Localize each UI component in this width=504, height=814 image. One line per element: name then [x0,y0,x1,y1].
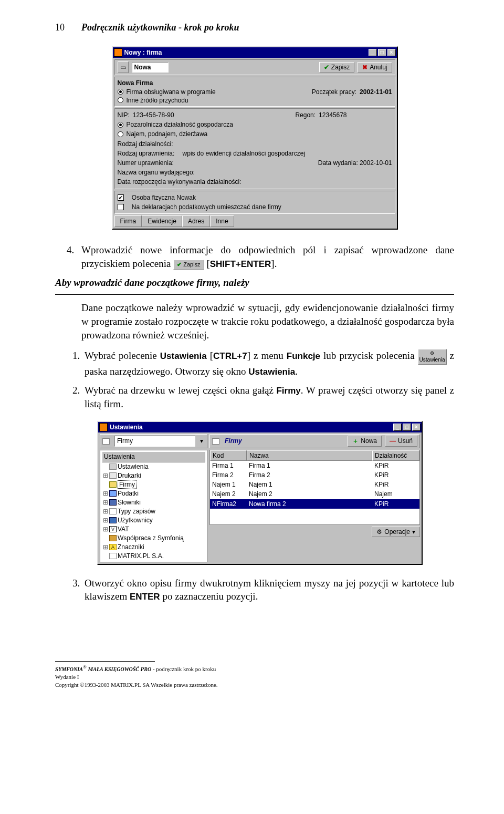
nazwa-organu-label: Nazwa organu wydającego: [118,168,392,177]
radio-inne-zrodlo[interactable] [118,97,123,103]
subheading: Aby wprowadzić dane początkowe firmy, na… [55,276,454,290]
tab-firma[interactable]: Firma [114,215,142,227]
maximize-button[interactable]: □ [378,49,386,56]
radio-firma-program[interactable] [118,89,123,95]
tab-adres[interactable]: Adres [182,215,210,227]
x-icon: ✖ [362,63,368,71]
printer-icon [109,472,117,479]
window-title: Nowy : firma [124,48,369,57]
regon-label: Regon: [295,111,316,119]
tree-item[interactable]: Słowniki [118,499,141,506]
data-wydania-label: Data wydania: [318,159,358,167]
step-2: Wybrać na drzewku w lewej części okna ga… [82,384,454,411]
maximize-button[interactable]: □ [403,424,411,431]
table-row-selected[interactable]: NFirma2Nowa firma 2KPiR [210,499,419,509]
group-osoba: ✔ Osoba fizyczna Nowak Na deklaracjach p… [114,191,395,214]
tree-dropdown[interactable]: Firmy [114,436,195,446]
radio-pozarolnicza[interactable] [118,122,123,128]
vat-icon: V [109,526,117,532]
panel-title: Firmy [225,437,344,445]
folder-icon [109,481,117,488]
shortcut-shift-enter: SHIFT+ENTER [210,259,271,269]
app-icon [114,48,122,57]
titlebar-ustawienia[interactable]: Ustawienia _ □ × [98,422,422,432]
tree-header: Ustawienia [102,451,205,462]
divider [55,294,454,295]
page-number: 10 [55,21,81,34]
minimize-button[interactable]: _ [369,49,377,56]
tree-item[interactable]: Znaczniki [118,543,144,551]
minus-icon: — [390,437,396,445]
group-heading: Nowa Firma [118,79,392,87]
footer-copyright: Copyright ©1993-2003 MATRIX.PL SA Wszelk… [55,681,454,689]
tree-item[interactable]: Drukarki [118,472,141,479]
data-rozpoczecia-label: Data rozpoczęcia wykonywania działalnośc… [118,177,392,187]
tree-item[interactable]: Typy zapisów [118,508,155,515]
close-button[interactable]: × [412,424,421,431]
inline-ustawienia-icon[interactable]: ⚙Ustawienia [418,349,447,365]
panel-icon [212,438,219,445]
steps-list-continued: Otworzyć okno opisu firmy dwukrotnym kli… [82,576,454,604]
close-button[interactable]: × [387,49,396,56]
tree-view[interactable]: Ustawienia Ustawienia ⊞Drukarki Firmy ⊞P… [100,450,207,562]
tab-inne[interactable]: Inne [210,215,234,227]
dialog-nowy-firma: Nowy : firma _ □ × ▭ Nowa ✔Zapisz ✖Anulu… [112,46,398,230]
shortcut-ctrl-7: CTRL+7 [213,351,247,361]
tab-ewidencje[interactable]: Ewidencje [142,215,182,227]
marker-icon: A [109,544,117,550]
checkbox-osoba-fizyczna[interactable]: ✔ [118,194,124,201]
checkbox-deklaracje[interactable] [118,204,124,210]
step-1: Wybrać polecenie Ustawienia [CTRL+7] z m… [82,349,454,378]
tree-item-selected[interactable]: Firmy [118,480,136,489]
tree-item[interactable]: Współpraca z Symfonią [118,534,184,542]
nowa-button[interactable]: ＋Nowa [348,436,382,446]
tree-item[interactable]: VAT [118,526,129,533]
rodzaj-dzialalnosci-label: Rodzaj działalności: [118,139,392,149]
poczatek-value: 2002-11-01 [360,88,392,96]
poczatek-label: Początek pracy: [312,88,356,96]
minimize-button[interactable]: _ [393,424,402,431]
toolbar-nowa[interactable]: Nowa [132,62,169,73]
nip-value: 123-456-78-90 [133,111,174,119]
step-3: Otworzyć okno opisu firmy dwukrotnym kli… [82,576,454,604]
usun-button[interactable]: —Usuń [385,436,417,446]
table-row[interactable]: Najem 1Najem 1KPiR [210,480,419,489]
table-row[interactable]: Firma 1Firma 1KPiR [210,461,419,470]
rodzaj-uprawnienia-value: wpis do ewidencji działalności gospodarc… [183,149,305,158]
tree-item[interactable]: Podatki [118,490,139,497]
group-dane-firmy: NIP: 123-456-78-90 Regon: 12345678 Pozar… [114,108,395,189]
window-title: Ustawienia [110,423,393,431]
table-row[interactable]: Firma 2Firma 2KPiR [210,470,419,480]
col-dzialalnosc[interactable]: Działalność [372,450,419,461]
page-header: 10 Podręcznik użytkownika - krok po krok… [55,21,454,34]
toolbar: ▭ Nowa ✔Zapisz ✖Anuluj [114,59,395,75]
regon-value: 12345678 [319,111,346,119]
tabs: Firma Ewidencje Adres Inne [114,215,395,227]
steps-list: Wybrać polecenie Ustawienia [CTRL+7] z m… [82,349,454,410]
footer-edition: Wydanie I [55,673,454,681]
rodzaj-uprawnienia-label: Rodzaj uprawnienia: [118,149,175,158]
tree-item[interactable]: Użytkownicy [118,517,153,524]
anuluj-button[interactable]: ✖Anuluj [358,62,392,73]
nip-label: NIP: [118,111,130,119]
firms-grid[interactable]: Kod Nazwa Działalność Firma 1Firma 1KPiR… [209,450,420,525]
step-4: 4.Wprowadzić nowe informacje do odpowied… [81,243,454,271]
table-row[interactable]: Najem 2Najem 2Najem [210,489,419,499]
tree-item[interactable]: MATRIX.PL S.A. [118,552,164,560]
dialog-ustawienia: Ustawienia _ □ × Firmy ▾ Ustawienia Usta… [97,421,423,564]
folder-icon [102,438,110,445]
dropdown-arrow-icon[interactable]: ▾ [198,437,205,445]
col-nazwa[interactable]: Nazwa [247,450,372,461]
radio-najem[interactable] [118,131,123,137]
operacje-button[interactable]: ⚙ Operacje ▾ [372,527,420,537]
inline-zapisz-button[interactable]: Zapisz [173,260,204,270]
numer-uprawnienia-label: Numer uprawnienia: [118,159,174,167]
tree-item[interactable]: Ustawienia [118,463,149,470]
page-header-title: Podręcznik użytkownika - krok po kroku [81,21,239,34]
description: Dane początkowe należy wprowadzić w sytu… [81,301,454,342]
col-kod[interactable]: Kod [210,450,247,461]
titlebar[interactable]: Nowy : firma _ □ × [113,47,397,58]
zapisz-button[interactable]: ✔Zapisz [319,62,354,73]
page-footer: SYMFONIA® MAŁA KSIĘGOWOŚĆ PRO - podręczn… [55,661,454,688]
new-tab-icon[interactable]: ▭ [118,61,129,73]
